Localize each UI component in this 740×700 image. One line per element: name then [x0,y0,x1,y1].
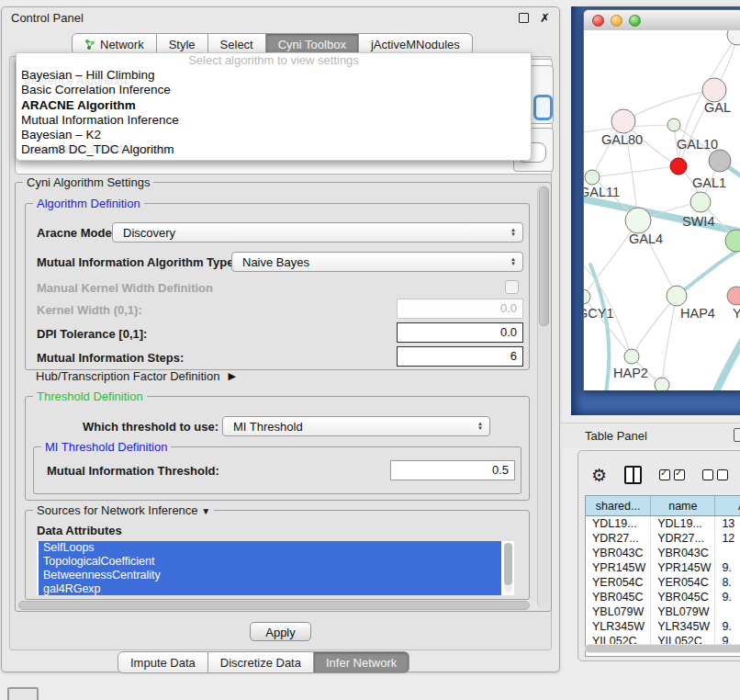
attribute-item-selfloops[interactable]: SelfLoops [39,541,501,555]
attribute-item-gal4rgexp[interactable]: gal4RGexp [39,582,501,595]
unchecked-pair-icon[interactable] [702,469,728,480]
network-edge[interactable] [662,296,677,385]
network-node-hap2[interactable] [624,349,639,364]
mi-threshold-legend: MI Threshold Definition [41,440,171,454]
table-cell: YDR27... [586,531,651,546]
network-node[interactable] [709,150,731,172]
network-node-swi4[interactable] [725,230,740,252]
combo-arrows-icon: ▲▼ [510,228,516,237]
column-header-a[interactable]: A [715,496,740,515]
table-cell: YLR345W [586,619,651,634]
table-cell: YER054C [651,575,715,590]
manual-kernel-width-label: Manual Kernel Width Definition [37,281,213,295]
network-node-gcy1[interactable] [584,289,590,304]
minimize-traffic-light-icon[interactable] [611,15,622,27]
close-icon[interactable]: ✗ [540,12,550,24]
mi-algorithm-type-value: Naive Bayes [242,255,309,269]
network-edge[interactable] [632,296,677,356]
algorithm-option-basic-correlation-inference[interactable]: Basic Correlation Inference [17,83,531,97]
column-header-name[interactable]: name [651,496,715,515]
bottom-tab-impute-data[interactable]: Impute Data [118,651,208,673]
bottom-tab-discretize-data[interactable]: Discretize Data [208,651,314,673]
checked-pair-icon[interactable] [659,469,685,480]
algorithm-definition-group: Algorithm Definition Aracne Mode: Discov… [25,203,530,370]
network-node-gal10[interactable] [667,119,680,131]
table-row[interactable]: YBR045CYBR045C9. [586,590,740,604]
network-node-gal[interactable] [702,78,726,102]
column-header-shared[interactable]: shared... [586,496,651,515]
attribute-item-topologicalcoefficient[interactable]: TopologicalCoefficient [39,555,501,569]
gear-icon[interactable]: ⚙ [591,467,607,484]
algorithm-option-bayesian-hill-climbing[interactable]: Bayesian – Hill Climbing [17,68,531,83]
table-cell: YPR145W [651,560,715,575]
dpi-tolerance-field[interactable]: 0.0 [397,322,523,343]
network-graph[interactable]: GALGAL80GAL10GAL11GAL1SWI4GAL4GCY1HAP4YH… [584,30,740,390]
settings-vscrollbar[interactable] [537,185,549,607]
control-panel-title: Control Panel [11,11,84,25]
node-label-gcy1: GCY1 [584,306,614,321]
network-node[interactable] [655,378,669,390]
manual-kernel-width-checkbox[interactable] [505,280,519,294]
network-node-gal80[interactable] [611,109,635,133]
table-cell: YER054C [586,575,651,590]
algorithm-definition-legend: Algorithm Definition [33,197,144,210]
network-node-gal1[interactable] [690,192,711,212]
settings-hscrollbar[interactable] [18,600,539,610]
aracne-mode-combo[interactable]: Discovery ▲▼ [112,222,523,243]
bottom-tab-infer-network[interactable]: Infer Network [314,651,409,673]
table-cell: YLR345W [651,619,715,634]
which-threshold-combo[interactable]: MI Threshold ▲▼ [222,416,490,436]
network-node-hap4[interactable] [667,286,687,306]
table-panel-title: Table Panel [560,429,647,443]
mi-steps-field[interactable]: 6 [397,346,523,367]
table-cell: YBR043C [651,546,715,560]
attributes-vscrollbar[interactable] [504,543,512,593]
network-window: GALGAL80GAL10GAL11GAL1SWI4GAL4GCY1HAP4YH… [583,9,740,390]
network-edge[interactable] [592,166,678,177]
network-node[interactable] [727,30,740,45]
screen: { "control_panel": { "title": "Control P… [0,0,740,700]
combo-arrows-icon: ▲▼ [510,257,516,266]
table-row[interactable]: YDL19...YDL19...13 [586,516,740,531]
network-node-y[interactable] [727,287,740,305]
network-window-titlebar[interactable] [584,10,740,31]
table-row[interactable]: YLR345WYLR345W9. [586,619,740,634]
network-node[interactable] [670,158,687,175]
table-row[interactable]: YER054CYER054C8. [586,575,740,590]
mi-threshold-field[interactable]: 0.5 [390,460,515,480]
table-cell: YDL19... [586,516,651,531]
close-traffic-light-icon[interactable] [592,15,604,27]
table-hscrollbar[interactable] [585,644,740,653]
table-row[interactable]: YBR043CYBR043C [586,546,740,560]
table-cell: YBR045C [651,590,715,604]
table-row[interactable]: YDR27...YDR27...12 [586,531,740,546]
table-cell: YBR045C [586,590,651,604]
algorithm-option-aracne-algorithm[interactable]: ARACNE Algorithm [17,98,531,113]
data-attributes-list[interactable]: SelfLoopsTopologicalCoefficientBetweenne… [37,541,514,595]
mi-algorithm-type-combo[interactable]: Naive Bayes ▲▼ [231,252,523,272]
algorithm-option-dream8-dc-tdc-algorithm[interactable]: Dream8 DC_TDC Algorithm [17,142,531,157]
algorithm-option-bayesian-k2[interactable]: Bayesian – K2 [17,128,531,142]
table-row[interactable]: YPR145WYPR145W9. [586,560,740,575]
focused-combo-fragment[interactable] [533,95,553,120]
restore-icon[interactable] [519,13,529,23]
which-threshold-label: Which threshold to use: [83,420,219,434]
table-panel-dock-icon[interactable] [734,428,740,442]
apply-button[interactable]: Apply [250,622,311,641]
hub-transcription-expander[interactable]: Hub/Transcription Factor Definition ▶ [36,369,236,383]
network-edge[interactable] [584,193,740,237]
algorithm-option-mutual-information-inference[interactable]: Mutual Information Inference [17,113,531,128]
network-node-gal11[interactable] [585,170,600,185]
dpi-tolerance-label: DPI Tolerance [0,1]: [37,327,147,341]
minimized-panel-icon[interactable] [7,687,39,700]
network-node-gal4[interactable] [625,208,651,233]
data-attributes-label: Data Attributes [37,524,122,537]
attribute-item-betweennesscentrality[interactable]: BetweennessCentrality [39,569,501,582]
zoom-traffic-light-icon[interactable] [629,15,641,27]
network-canvas[interactable]: GALGAL80GAL10GAL11GAL1SWI4GAL4GCY1HAP4YH… [584,30,740,390]
network-edge[interactable] [713,333,740,390]
table-row[interactable]: YBL079WYBL079W [586,604,740,619]
column-view-icon[interactable] [624,466,642,484]
expanded-arrow-icon[interactable]: ▼ [201,506,210,516]
kernel-width-field[interactable]: 0.0 [397,299,523,319]
